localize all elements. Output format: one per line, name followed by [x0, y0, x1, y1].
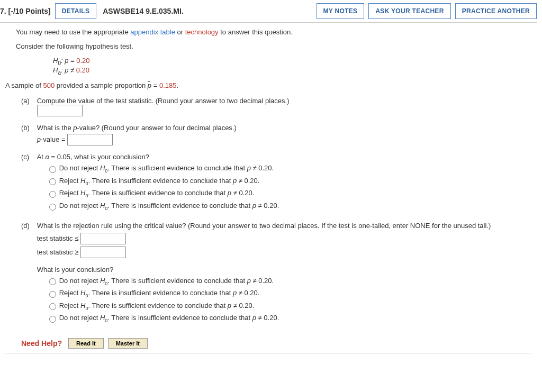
part-d-conclusion-q: What is your conclusion? [37, 266, 531, 274]
question-header: 7. [-/10 Points] DETAILS ASWSBE14 9.E.03… [0, 3, 537, 23]
part-c: (c) At α = 0.05, what is your conclusion… [21, 153, 537, 214]
part-c-radio-2[interactable] [49, 178, 56, 185]
part-b-input[interactable] [67, 134, 113, 145]
intro-line-2: Consider the following hypothesis test. [16, 42, 537, 50]
sample-line: A sample of 500 provided a sample propor… [5, 81, 537, 89]
part-d-prompt: What is the rejection rule using the cri… [37, 222, 491, 230]
bottom-divider [5, 353, 531, 353]
rule-ge-label: test statistic ≥ [37, 248, 80, 256]
pvalue-label: p [37, 135, 41, 143]
need-help-row: Need Help? Read It Master It [21, 338, 537, 349]
part-d: (d) What is the rejection rule using the… [21, 222, 537, 326]
rule-le-input[interactable] [80, 233, 126, 244]
read-it-button[interactable]: Read It [68, 338, 104, 349]
part-c-options: Do not reject H0. There is sufficient ev… [47, 164, 531, 211]
intro-line-1: You may need to use the appropriate appe… [16, 28, 537, 36]
part-c-radio-3[interactable] [49, 191, 56, 198]
part-a-input[interactable] [37, 105, 83, 116]
practice-another-button[interactable]: PRACTICE ANOTHER [455, 3, 537, 19]
appendix-table-link[interactable]: appendix table [130, 28, 175, 36]
rule-le-label: test statistic ≤ [37, 234, 80, 242]
master-it-button[interactable]: Master It [108, 338, 148, 349]
rule-ge-input[interactable] [80, 247, 126, 258]
points-label: 7. [-/10 Points] [0, 7, 51, 15]
need-help-label: Need Help? [21, 339, 62, 348]
part-a-prompt: Compute the value of the test statistic.… [37, 97, 290, 105]
part-d-radio-2[interactable] [49, 291, 56, 298]
details-button[interactable]: DETAILS [55, 3, 97, 19]
part-c-prompt: At α = 0.05, what is your conclusion? [37, 153, 149, 161]
part-d-options: Do not reject H0. There is sufficient ev… [47, 277, 531, 323]
technology-link[interactable]: technology [185, 28, 219, 36]
part-d-radio-3[interactable] [49, 303, 56, 310]
part-b: (b) What is the p-value? (Round your ans… [21, 124, 537, 145]
question-body: You may need to use the appropriate appe… [0, 28, 537, 349]
part-d-radio-1[interactable] [49, 278, 56, 285]
hypotheses-block: H0: p = 0.20 Ha: p ≠ 0.20 [53, 57, 537, 75]
my-notes-button[interactable]: MY NOTES [317, 3, 365, 19]
part-a: (a) Compute the value of the test statis… [21, 97, 537, 116]
question-source: ASWSBE14 9.E.035.MI. [103, 7, 184, 15]
ask-teacher-button[interactable]: ASK YOUR TEACHER [368, 3, 450, 19]
part-b-prompt: What is the p-value? (Round your answer … [37, 124, 237, 132]
part-c-radio-4[interactable] [49, 204, 56, 211]
part-c-radio-1[interactable] [49, 166, 56, 173]
part-d-radio-4[interactable] [49, 316, 56, 323]
